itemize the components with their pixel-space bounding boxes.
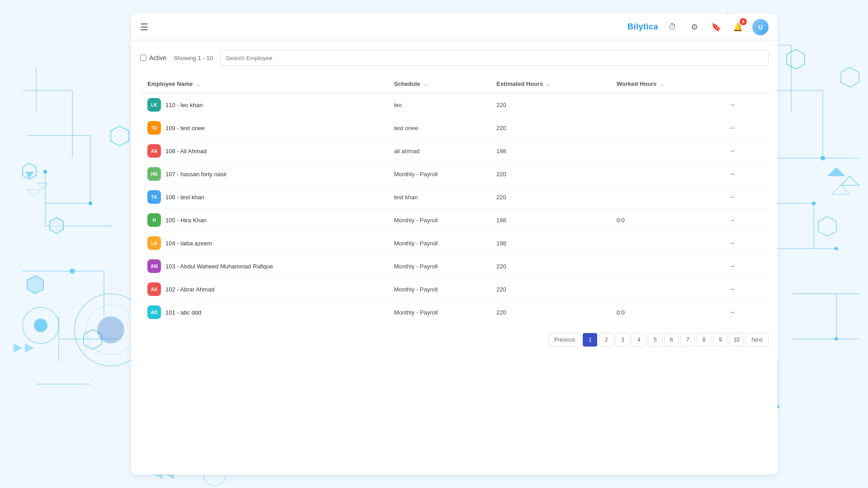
svg-marker-48 xyxy=(841,67,859,87)
svg-marker-25 xyxy=(27,190,41,197)
emp-avatar: AD xyxy=(147,305,161,319)
page-button-10[interactable]: 10 xyxy=(729,333,744,347)
column-schedule[interactable]: Schedule ⌄ xyxy=(387,75,489,93)
action-cell: → xyxy=(717,117,769,140)
employee-cell: AD 101 - abc ddd xyxy=(140,301,387,324)
page-button-6[interactable]: 6 xyxy=(664,333,679,347)
prev-button[interactable]: Previous xyxy=(548,333,581,347)
table-row: H 105 - Hira Khan Monthly - Payroll 198 … xyxy=(140,209,769,232)
action-cell: → xyxy=(717,301,769,324)
settings-icon[interactable]: ⚙ xyxy=(687,20,702,34)
worked-hours-cell xyxy=(609,278,718,301)
notification-wrapper[interactable]: 🔔 9 xyxy=(731,20,745,34)
emp-avatar: LA xyxy=(147,236,161,250)
navigate-button[interactable]: → xyxy=(725,214,739,226)
action-cell: → xyxy=(717,140,769,163)
sort-icon-name: ⌄ xyxy=(196,82,200,87)
search-input[interactable] xyxy=(220,50,769,66)
svg-point-29 xyxy=(86,305,136,355)
page-button-9[interactable]: 9 xyxy=(713,333,727,347)
svg-marker-57 xyxy=(832,185,850,194)
employee-cell: AM 103 - Abdul Waheed Muhammad Rafique xyxy=(140,255,387,278)
schedule-cell: Monthly - Payroll xyxy=(387,255,489,278)
emp-avatar: AA xyxy=(147,282,161,296)
hamburger-icon[interactable]: ☰ xyxy=(140,22,148,33)
bookmark-icon[interactable]: 🔖 xyxy=(709,20,723,34)
action-cell: → xyxy=(717,232,769,255)
svg-marker-47 xyxy=(787,49,805,69)
estimated-hours-cell: 220 xyxy=(489,163,609,186)
worked-hours-cell xyxy=(609,163,718,186)
pagination: Previous 12345678910 Next xyxy=(140,333,769,347)
navigate-button[interactable]: → xyxy=(725,99,739,111)
active-label: Active xyxy=(149,54,166,61)
emp-name: 108 - Ali Ahmad xyxy=(165,148,207,155)
emp-name: 105 - Hira Khan xyxy=(165,217,207,224)
navigate-button[interactable]: → xyxy=(725,168,739,180)
emp-name: 103 - Abdul Waheed Muhammad Rafique xyxy=(165,263,273,270)
employee-cell: H 105 - Hira Khan xyxy=(140,209,387,232)
employee-cell: AA 102 - Abrar Ahmad xyxy=(140,278,387,301)
svg-marker-14 xyxy=(111,126,129,146)
estimated-hours-cell: 198 xyxy=(489,209,609,232)
clock-icon[interactable]: ⏱ xyxy=(665,20,680,34)
schedule-cell: Monthly - Payroll xyxy=(387,163,489,186)
column-estimated-hours[interactable]: Estimated Hours ⌄ xyxy=(489,75,609,93)
sort-icon-schedule: ⌄ xyxy=(424,82,427,87)
table-header-row: Employee Name ⌄ Schedule ⌄ Estimated Hou… xyxy=(140,75,769,93)
active-checkbox[interactable]: Active xyxy=(140,54,166,61)
svg-marker-23 xyxy=(25,172,34,178)
navigate-button[interactable]: → xyxy=(725,122,739,134)
table-row: LK 110 - leo khan leo 220 → xyxy=(140,93,769,117)
estimated-hours-cell: 220 xyxy=(489,301,609,324)
svg-marker-17 xyxy=(23,163,36,179)
page-button-4[interactable]: 4 xyxy=(632,333,646,347)
page-button-7[interactable]: 7 xyxy=(680,333,695,347)
page-button-1[interactable]: 1 xyxy=(583,333,597,347)
toolbar: Active Showing 1 - 10 xyxy=(140,50,769,66)
active-checkbox-input[interactable] xyxy=(140,55,146,61)
table-row: TO 109 - test onee test onee 220 → xyxy=(140,117,769,140)
column-employee-name[interactable]: Employee Name ⌄ xyxy=(140,75,387,93)
page-button-8[interactable]: 8 xyxy=(697,333,711,347)
next-button[interactable]: Next xyxy=(745,333,769,347)
svg-marker-15 xyxy=(27,276,43,294)
avatar[interactable]: U xyxy=(752,19,769,35)
column-worked-hours[interactable]: Worked Hours ⌄ xyxy=(609,75,718,93)
table-row: AA 102 - Abrar Ahmad Monthly - Payroll 2… xyxy=(140,278,769,301)
estimated-hours-cell: 198 xyxy=(489,140,609,163)
page-button-3[interactable]: 3 xyxy=(615,333,630,347)
navigate-button[interactable]: → xyxy=(725,260,739,272)
navigate-button[interactable]: → xyxy=(725,237,739,249)
svg-marker-16 xyxy=(84,329,102,349)
estimated-hours-cell: 220 xyxy=(489,117,609,140)
navigate-button[interactable]: → xyxy=(725,191,739,203)
emp-avatar: LK xyxy=(147,98,161,112)
navigate-button[interactable]: → xyxy=(725,145,739,157)
schedule-cell: Monthly - Payroll xyxy=(387,301,489,324)
schedule-cell: ali ahmad xyxy=(387,140,489,163)
page-button-2[interactable]: 2 xyxy=(599,333,613,347)
svg-marker-55 xyxy=(827,167,845,176)
action-cell: → xyxy=(717,255,769,278)
page-button-5[interactable]: 5 xyxy=(648,333,662,347)
employee-cell: LA 104 - laiba azeem xyxy=(140,232,387,255)
svg-marker-24 xyxy=(38,183,47,190)
schedule-cell: Monthly - Payroll xyxy=(387,209,489,232)
action-cell: → xyxy=(717,163,769,186)
table-row: AD 101 - abc ddd Monthly - Payroll 220 0… xyxy=(140,301,769,324)
svg-point-75 xyxy=(835,337,838,341)
sort-icon-worked: ⌄ xyxy=(660,82,664,87)
worked-hours-cell xyxy=(609,93,718,117)
navigate-button[interactable]: → xyxy=(725,283,739,295)
worked-hours-cell xyxy=(609,186,718,209)
navigate-button[interactable]: → xyxy=(725,306,739,318)
schedule-cell: Monthly - Payroll xyxy=(387,278,489,301)
brand-name: Bilytica xyxy=(627,22,658,32)
table-row: AA 108 - Ali Ahmad ali ahmad 198 → xyxy=(140,140,769,163)
svg-point-21 xyxy=(89,202,92,205)
emp-name: 102 - Abrar Ahmad xyxy=(165,286,214,293)
action-cell: → xyxy=(717,186,769,209)
worked-hours-cell xyxy=(609,255,718,278)
emp-avatar: AM xyxy=(147,259,161,273)
